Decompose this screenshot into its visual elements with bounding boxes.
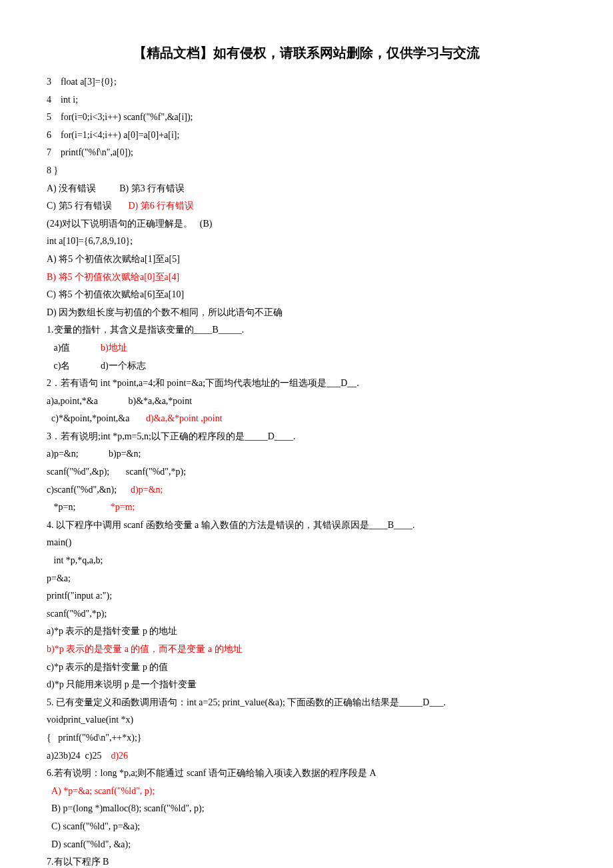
text-line: { printf("%d\n",++*x);} (47, 729, 566, 747)
text-span: a)值 (47, 343, 101, 353)
text-line: A) 将5 个初值依次赋给a[1]至a[5] (47, 251, 566, 269)
page-title: 【精品文档】如有侵权，请联系网站删除，仅供学习与交流 (47, 40, 566, 65)
text-line: c)*p 表示的是指针变量 p 的值 (47, 659, 566, 677)
text-line: 7 printf("%f\n",a[0]); (47, 144, 566, 162)
text-line: c)scanf("%d",&n); d)p=&n; (47, 481, 566, 499)
text-line: b)*p 表示的是变量 a 的值，而不是变量 a 的地址 (47, 641, 566, 659)
text-line: scanf("%d",&p); scanf("%d",*p); (47, 463, 566, 481)
text-line: A) *p=&a; scanf("%ld", p); (47, 783, 566, 801)
text-line: a)a,point,*&a b)&*a,&a,*point (47, 393, 566, 411)
text-line: B) 将5 个初值依次赋给a[0]至a[4] (47, 269, 566, 287)
text-line: scanf("%d",*p); (47, 605, 566, 623)
text-line: D) scanf("%ld", &a); (47, 836, 566, 854)
text-span: C) 第5 行有错误 (47, 201, 129, 211)
text-line: d)*p 只能用来说明 p 是一个指针变量 (47, 676, 566, 694)
answer-text: d)26 (111, 751, 128, 761)
document-body: 3 float a[3]={0};4 int i;5 for(i=0;i<3;i… (47, 73, 566, 868)
text-line: p=&a; (47, 570, 566, 588)
text-line: 5 for(i=0;i<3;i++) scanf("%f",&a[i]); (47, 109, 566, 127)
text-line: *p=n; *p=m; (47, 499, 566, 517)
text-span: *p=n; (47, 502, 111, 512)
text-line: C) 将5 个初值依次赋给a[6]至a[10] (47, 286, 566, 304)
text-line: 4. 以下程序中调用 scanf 函数给变量 a 输入数值的方法是错误的，其错误… (47, 517, 566, 535)
text-line: 8 } (47, 162, 566, 180)
text-line: C) scanf("%ld", p=&a); (47, 818, 566, 836)
answer-text: b)地址 (101, 343, 127, 353)
text-line: int a[10]={6,7,8,9,10}; (47, 233, 566, 251)
text-line: 6.若有说明：long *p,a;则不能通过 scanf 语句正确给输入项读入数… (47, 765, 566, 783)
text-span: a)23b)24 c)25 (47, 751, 111, 761)
text-line: (24)对以下说明语句的正确理解是。 (B) (47, 215, 566, 233)
text-line: a)p=&n; b)p=&n; (47, 445, 566, 463)
text-line: a)23b)24 c)25 d)26 (47, 747, 566, 765)
text-line: 2．若有语句 int *point,a=4;和 point=&a;下面均代表地址… (47, 375, 566, 393)
text-line: B) p=(long *)malloc(8); scanf("%ld", p); (47, 800, 566, 818)
text-line: 4 int i; (47, 91, 566, 109)
text-line: 6 for(i=1;i<4;i++) a[0]=a[0]+a[i]; (47, 127, 566, 145)
text-line: a)*p 表示的是指针变量 p 的地址 (47, 623, 566, 641)
text-line: 1.变量的指针，其含义是指该变量的____B_____. (47, 321, 566, 339)
text-line: a)值 b)地址 (47, 339, 566, 357)
text-line: 5. 已有变量定义和函数调用语句：int a=25; print_value(&… (47, 694, 566, 712)
text-line: 3．若有说明;int *p,m=5,n;以下正确的程序段的是_____D____… (47, 428, 566, 446)
text-line: main() (47, 534, 566, 552)
text-line: C) 第5 行有错误 D) 第6 行有错误 (47, 197, 566, 215)
text-line: voidprint_value(int *x) (47, 711, 566, 729)
text-line: 7.有以下程序 B (47, 853, 566, 868)
answer-text: d)&a,&*point ,point (146, 413, 223, 423)
text-line: printf("input a:"); (47, 587, 566, 605)
text-line: c)*&point,*point,&a d)&a,&*point ,point (47, 410, 566, 428)
answer-text: D) 第6 行有错误 (129, 201, 195, 211)
text-line: 3 float a[3]={0}; (47, 73, 566, 91)
text-line: D) 因为数组长度与初值的个数不相同，所以此语句不正确 (47, 304, 566, 322)
text-line: c)名 d)一个标志 (47, 357, 566, 375)
text-span: c)scanf("%d",&n); (47, 485, 131, 495)
text-line: int *p,*q,a,b; (47, 552, 566, 570)
answer-text: d)p=&n; (131, 485, 163, 495)
answer-text: *p=m; (111, 502, 135, 512)
text-span: c)*&point,*point,&a (47, 413, 146, 423)
text-line: A) 没有错误 B) 第3 行有错误 (47, 180, 566, 198)
